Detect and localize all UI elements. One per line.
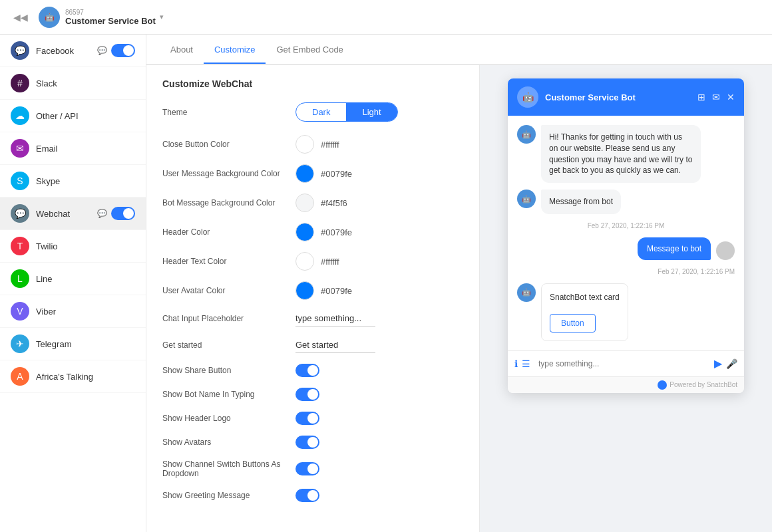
user-message-row: Message to bot <box>517 237 735 260</box>
chat-mic-button[interactable]: 🎤 <box>726 358 737 369</box>
chat-grid-icon[interactable]: ⊞ <box>697 92 705 102</box>
back-button[interactable]: ◀◀ <box>8 9 33 25</box>
sidebar-item-other-api[interactable]: ☁Other / API <box>0 100 146 132</box>
sidebar-item-slack[interactable]: #Slack <box>0 67 146 100</box>
tab-embed[interactable]: Get Embed Code <box>266 37 353 64</box>
chat-avatar: 🤖 <box>517 86 538 108</box>
toggle-switch-show-avatars[interactable] <box>295 436 319 449</box>
sidebar-icon-telegram: ✈ <box>11 334 29 353</box>
chat-header: 🤖 Customer Service Bot ⊞ ✉ ✕ <box>508 78 744 116</box>
sidebar-label-telegram: Telegram <box>36 339 135 349</box>
sidebar-label-slack: Slack <box>36 78 135 88</box>
top-bar: ◀◀ 🤖 86597 Customer Service Bot ▾ <box>0 0 772 35</box>
toggle-switch-show-header-logo[interactable] <box>295 412 319 425</box>
chat-mail-icon[interactable]: ✉ <box>712 92 720 102</box>
sidebar-label-email: Email <box>36 144 135 154</box>
color-label-header-color: Header Color <box>162 227 295 237</box>
chat-send-button[interactable]: ▶ <box>714 357 722 370</box>
toggle-label-show-share-button: Show Share Button <box>162 366 295 375</box>
toggle-label-show-channel-switch: Show Channel Switch Buttons As Dropdown <box>162 460 295 478</box>
chat-input-placeholder-field[interactable] <box>295 311 375 327</box>
snatchbot-logo <box>658 380 667 390</box>
sidebar-item-viber[interactable]: VViber <box>0 295 146 328</box>
bot-bubble: Message from bot <box>541 190 621 214</box>
sidebar-toggle-facebook[interactable] <box>111 44 135 57</box>
sidebar-toggle-webchat[interactable] <box>111 207 135 220</box>
get-started-row: Get started <box>162 337 463 353</box>
toggle-switch-show-channel-switch[interactable] <box>295 462 319 475</box>
toggle-row-show-bot-name-typing: Show Bot Name In Typing <box>162 388 463 401</box>
theme-dark-button[interactable]: Dark <box>296 103 346 121</box>
color-circle-header-color[interactable] <box>295 223 314 241</box>
color-circle-close-button-color[interactable] <box>295 135 314 154</box>
theme-toggle[interactable]: Dark Light <box>295 102 398 122</box>
sidebar-item-africas-talking[interactable]: AAfrica's Talking <box>0 360 146 393</box>
toggle-switch-show-share-button[interactable] <box>295 364 319 377</box>
color-label-bot-message-bg-color: Bot Message Background Color <box>162 198 295 207</box>
user-timestamp: Feb 27, 2020, 1:22:16 PM <box>517 268 735 275</box>
chat-input-placeholder-row: Chat Input Placeholder <box>162 311 463 327</box>
sidebar-item-telegram[interactable]: ✈Telegram <box>0 328 146 360</box>
sidebar-item-facebook[interactable]: 💬Facebook💬 <box>0 35 146 67</box>
sidebar-icon-twilio: T <box>11 237 29 255</box>
get-started-field[interactable] <box>295 337 375 353</box>
sidebar-item-line[interactable]: LLine <box>0 263 146 295</box>
color-value-bot-message-bg-color: #f4f5f6 <box>321 198 347 208</box>
tab-customize[interactable]: Customize <box>204 37 266 64</box>
sidebar-icon-other-api: ☁ <box>11 106 29 125</box>
sidebar-label-twilio: Twilio <box>36 241 135 251</box>
bot-dropdown-arrow[interactable]: ▾ <box>160 13 164 21</box>
bot-card-button[interactable]: Button <box>550 314 596 332</box>
chat-info-icon[interactable]: ℹ <box>514 358 518 369</box>
bot-card-bubble: SnatchBot text cardButton <box>541 283 628 341</box>
sidebar-icon-facebook: 💬 <box>11 41 29 60</box>
sidebar-item-skype[interactable]: SSkype <box>0 165 146 198</box>
toggle-switch-show-bot-name-typing[interactable] <box>295 388 319 401</box>
sidebar-item-email[interactable]: ✉Email <box>0 132 146 165</box>
color-row-header-text-color: Header Text Color#ffffff <box>162 252 463 271</box>
sidebar-icon-skype: S <box>11 172 29 190</box>
color-label-user-avatar-color: User Avatar Color <box>162 286 295 295</box>
color-circle-header-text-color[interactable] <box>295 252 314 271</box>
chat-input-field[interactable] <box>534 356 710 371</box>
toggle-label-show-greeting: Show Greeting Message <box>162 491 295 500</box>
tab-about[interactable]: About <box>160 37 204 64</box>
main-layout: 💬Facebook💬#Slack☁Other / API✉EmailSSkype… <box>0 35 772 532</box>
color-circle-bot-message-bg-color[interactable] <box>295 194 314 212</box>
sidebar-label-africas-talking: Africa's Talking <box>36 372 135 382</box>
user-avatar <box>716 241 735 260</box>
bot-card-avatar: 🤖 <box>517 283 536 302</box>
get-started-label: Get started <box>162 340 295 350</box>
chat-footer: Powered by SnatchBot <box>508 376 744 393</box>
toggle-row-show-header-logo: Show Header Logo <box>162 412 463 425</box>
toggle-row-show-avatars: Show Avatars <box>162 436 463 449</box>
sidebar-item-twilio[interactable]: TTwilio <box>0 230 146 263</box>
bot-message-row: 🤖Hi! Thanks for getting in touch with us… <box>517 125 735 183</box>
color-circle-user-message-bg-color[interactable] <box>295 164 314 183</box>
chat-close-icon[interactable]: ✕ <box>727 92 735 102</box>
timestamp: Feb 27, 2020, 1:22:16 PM <box>517 222 735 229</box>
color-row-user-message-bg-color: User Message Background Color#0079fe <box>162 164 463 183</box>
page-content: Customize WebChat Theme Dark Light Close… <box>146 65 772 532</box>
toggle-switch-show-greeting[interactable] <box>295 489 319 502</box>
sidebar-msg-icon-webchat: 💬 <box>97 209 107 218</box>
color-value-user-message-bg-color: #0079fe <box>321 169 352 179</box>
sidebar: 💬Facebook💬#Slack☁Other / API✉EmailSSkype… <box>0 35 146 532</box>
sidebar-label-viber: Viber <box>36 307 135 317</box>
sidebar-icon-line: L <box>11 269 29 288</box>
color-value-header-color: #0079fe <box>321 227 352 237</box>
chat-menu-icon[interactable]: ☰ <box>522 358 530 369</box>
theme-light-button[interactable]: Light <box>346 103 397 121</box>
tabs: AboutCustomizeGet Embed Code <box>146 35 772 65</box>
toggle-label-show-header-logo: Show Header Logo <box>162 414 295 423</box>
theme-row: Theme Dark Light <box>162 102 463 122</box>
color-label-user-message-bg-color: User Message Background Color <box>162 169 295 178</box>
theme-label: Theme <box>162 108 295 117</box>
sidebar-item-webchat[interactable]: 💬Webchat💬 <box>0 198 146 230</box>
color-row-header-color: Header Color#0079fe <box>162 223 463 241</box>
sidebar-icon-slack: # <box>11 74 29 92</box>
color-circle-user-avatar-color[interactable] <box>295 281 314 300</box>
toggle-row-show-greeting: Show Greeting Message <box>162 489 463 502</box>
page-title: Customize WebChat <box>162 78 463 89</box>
sidebar-icon-email: ✉ <box>11 139 29 158</box>
